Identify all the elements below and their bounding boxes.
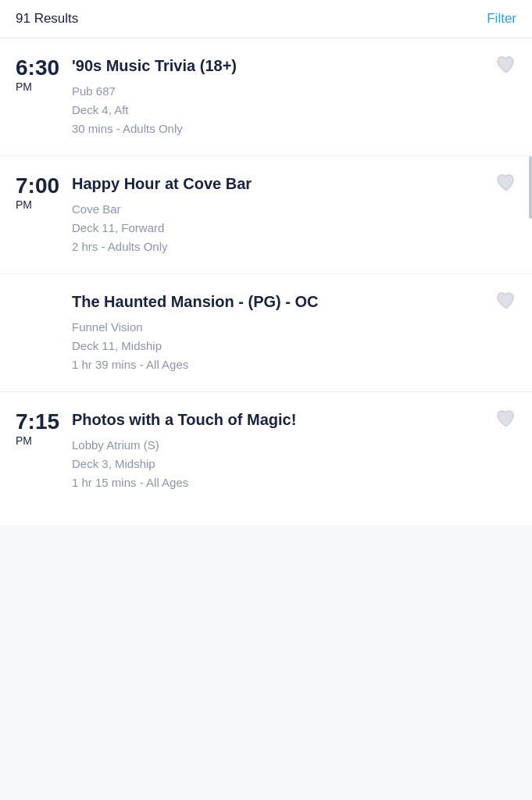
favorite-button[interactable] (496, 291, 516, 312)
heart-icon (496, 55, 516, 74)
time-period: PM (16, 198, 64, 211)
event-detail: Lobby Atrium (S)Deck 3, Midship1 hr 15 m… (72, 436, 485, 492)
filter-button[interactable]: Filter (487, 11, 516, 27)
event-content: '90s Music Trivia (18+)Pub 687Deck 4, Af… (72, 55, 516, 138)
time-block: 7:00PM (16, 173, 72, 211)
event-title: The Haunted Mansion - (PG) - OC (72, 291, 485, 312)
time-period: PM (16, 434, 64, 447)
event-title: '90s Music Trivia (18+) (72, 55, 485, 76)
time-block: 6:30PM (16, 55, 72, 93)
heart-icon (496, 173, 516, 192)
event-row: 7:15PMPhotos with a Touch of Magic!Lobby… (0, 392, 532, 509)
event-row: 7:00PMHappy Hour at Cove BarCove BarDeck… (0, 156, 532, 274)
time-hour: 7:00 (16, 175, 64, 197)
scrollbar[interactable] (529, 156, 532, 219)
event-title: Happy Hour at Cove Bar (72, 173, 485, 194)
favorite-button[interactable] (496, 409, 516, 430)
header: 91 Results Filter (0, 0, 532, 38)
events-list: 6:30PM'90s Music Trivia (18+)Pub 687Deck… (0, 38, 532, 525)
results-count: 91 Results (16, 11, 78, 27)
event-detail: Funnel VisionDeck 11, Midship1 hr 39 min… (72, 318, 485, 374)
time-hour: 7:15 (16, 411, 64, 433)
time-block: 7:15PM (16, 409, 72, 447)
event-detail: Cove BarDeck 11, Forward2 hrs - Adults O… (72, 200, 485, 256)
event-content: Photos with a Touch of Magic!Lobby Atriu… (72, 409, 516, 492)
event-content: The Haunted Mansion - (PG) - OCFunnel Vi… (72, 291, 516, 374)
event-row: 6:30PM'90s Music Trivia (18+)Pub 687Deck… (0, 38, 532, 156)
favorite-button[interactable] (496, 55, 516, 77)
time-period: PM (16, 80, 64, 93)
event-detail: Pub 687Deck 4, Aft30 mins - Adults Only (72, 82, 485, 138)
favorite-button[interactable] (496, 173, 516, 195)
event-row: The Haunted Mansion - (PG) - OCFunnel Vi… (0, 274, 532, 392)
heart-icon (496, 291, 516, 310)
event-content: Happy Hour at Cove BarCove BarDeck 11, F… (72, 173, 516, 256)
time-hour: 6:30 (16, 57, 64, 79)
time-block (16, 291, 72, 293)
event-title: Photos with a Touch of Magic! (72, 409, 485, 430)
heart-icon (496, 409, 516, 428)
